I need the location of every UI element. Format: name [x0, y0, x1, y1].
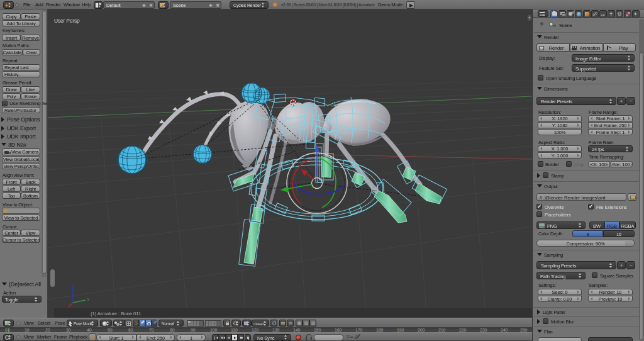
svg-text:(1) Armature : Bone.011: (1) Armature : Bone.011 — [91, 311, 142, 316]
svg-text:User Persp: User Persp — [54, 18, 80, 24]
svg-text:y: y — [87, 297, 89, 301]
